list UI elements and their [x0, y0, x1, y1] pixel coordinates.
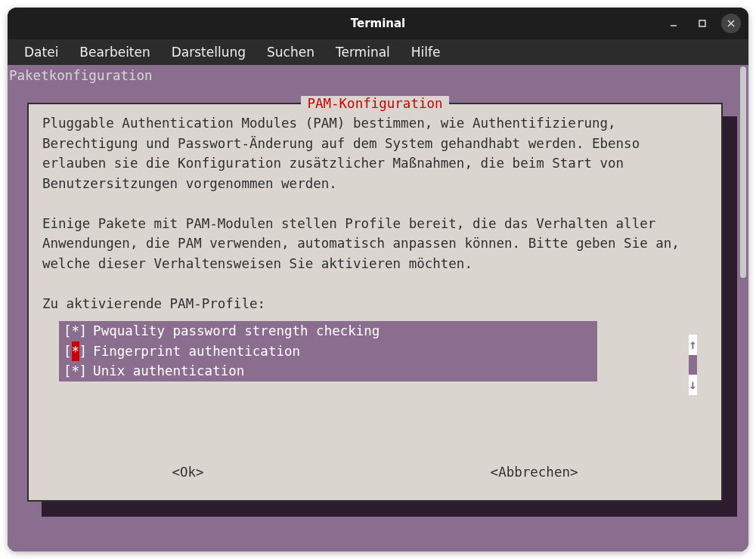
svg-rect-1: [699, 20, 705, 26]
list-scroll-indicator[interactable]: ↑ ↓: [689, 335, 697, 395]
checkbox-star-icon: *: [72, 321, 79, 341]
window-controls: [664, 14, 741, 33]
profile-row-fingerprint[interactable]: [*] Fingerprint authentication: [59, 341, 597, 362]
dialog-title: PAM-Konfiguration: [301, 96, 448, 111]
bracket-close-icon: ]: [79, 341, 88, 362]
titlebar: Terminal: [8, 8, 748, 39]
cancel-button[interactable]: <Abbrechen>: [491, 462, 578, 483]
scroll-top-icon: ↑: [689, 335, 697, 355]
dialog-button-row: <Ok> <Abbrechen>: [29, 462, 721, 483]
close-button[interactable]: [721, 14, 741, 33]
dialog-prompt: Zu aktivierende PAM-Profile:: [42, 294, 708, 314]
maximize-icon: [697, 18, 708, 29]
profile-label: Fingerprint authentication: [93, 341, 300, 362]
dialog-title-wrap: PAM-Konfiguration: [29, 94, 721, 114]
spacer: [42, 193, 708, 214]
spacer: [42, 273, 708, 294]
pam-dialog: PAM-Konfiguration Pluggable Authenticati…: [27, 103, 723, 502]
terminal-content: Paketkonfiguration PAM-Konfiguration Plu…: [8, 65, 748, 551]
menu-view[interactable]: Darstellung: [161, 42, 256, 63]
checkbox-star-selected-icon: *: [72, 341, 79, 362]
profile-row-unix[interactable]: [*] Unix authentication: [59, 361, 597, 381]
terminal-scrollbar[interactable]: [740, 66, 746, 278]
menu-file[interactable]: Datei: [14, 42, 69, 63]
bracket-open-icon: [: [64, 341, 72, 362]
package-config-header: Paketkonfiguration: [8, 65, 748, 86]
bracket-close-icon: ]: [79, 361, 88, 381]
menu-search[interactable]: Suchen: [256, 42, 325, 63]
dialog-body: Pluggable Authentication Modules (PAM) b…: [29, 104, 721, 388]
menu-edit[interactable]: Bearbeiten: [69, 42, 160, 63]
menubar: Datei Bearbeiten Darstellung Suchen Term…: [8, 39, 748, 65]
profile-label: Unix authentication: [93, 361, 244, 381]
checkbox-star-icon: *: [72, 361, 79, 381]
menu-help[interactable]: Hilfe: [401, 42, 451, 63]
scroll-bottom-icon: ↓: [689, 375, 697, 395]
profile-label: Pwquality password strength checking: [93, 321, 380, 341]
bracket-open-icon: [: [64, 321, 72, 341]
ok-button[interactable]: <Ok>: [172, 462, 203, 483]
terminal-window: Terminal Datei Bearbeiten Darstellung Su…: [8, 8, 748, 551]
bracket-open-icon: [: [64, 361, 72, 381]
minimize-button[interactable]: [664, 14, 683, 33]
close-icon: [726, 18, 736, 29]
dialog-paragraph-1: Pluggable Authentication Modules (PAM) b…: [42, 113, 708, 193]
minimize-icon: [668, 18, 679, 29]
dialog-paragraph-2: Einige Pakete mit PAM-Modulen stellen Pr…: [42, 214, 708, 274]
bracket-close-icon: ]: [79, 321, 88, 341]
scroll-thumb: [689, 355, 697, 375]
profile-row-pwquality[interactable]: [*] Pwquality password strength checking: [59, 321, 597, 341]
window-title: Terminal: [351, 17, 406, 30]
maximize-button[interactable]: [692, 14, 712, 33]
menu-terminal[interactable]: Terminal: [325, 42, 401, 63]
profile-list: [*] Pwquality password strength checking…: [59, 321, 597, 381]
